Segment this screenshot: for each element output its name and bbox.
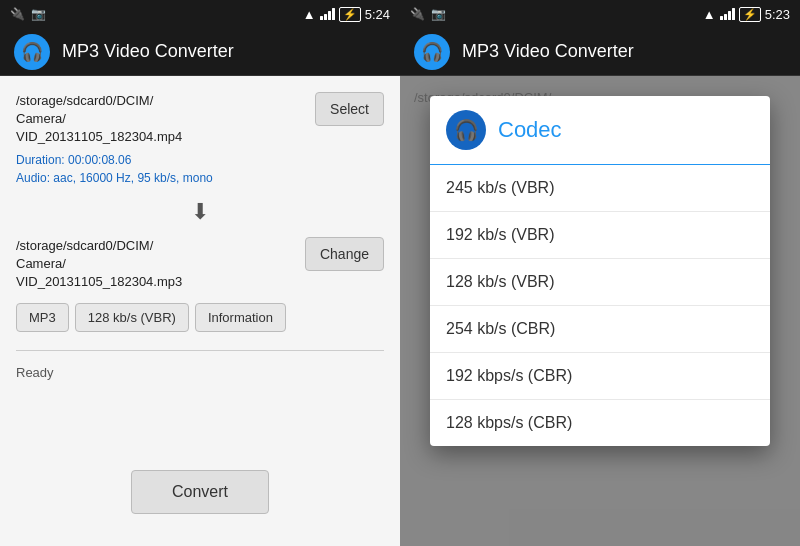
signal-icon bbox=[320, 8, 335, 20]
app-icon-r: 🎧 bbox=[414, 34, 450, 70]
wifi-icon: ▲ bbox=[303, 7, 316, 22]
time-display-r: 5:23 bbox=[765, 7, 790, 22]
list-item[interactable]: 192 kbps/s (CBR) bbox=[430, 353, 770, 400]
app-icon: 🎧 bbox=[14, 34, 50, 70]
app-toolbar-left: 🎧 MP3 Video Converter bbox=[0, 28, 400, 76]
dialog-icon: 🎧 bbox=[446, 110, 486, 150]
headphone-icon: 🎧 bbox=[21, 41, 43, 63]
info-button[interactable]: Information bbox=[195, 303, 286, 332]
arrow-row: ⬇ bbox=[16, 197, 384, 227]
app-title-right: MP3 Video Converter bbox=[462, 41, 634, 62]
list-item[interactable]: 254 kb/s (CBR) bbox=[430, 306, 770, 353]
codec-list: 245 kb/s (VBR) 192 kb/s (VBR) 128 kb/s (… bbox=[430, 165, 770, 446]
dialog-header: 🎧 Codec bbox=[430, 96, 770, 165]
output-file-path: /storage/sdcard0/DCIM/Camera/VID_2013110… bbox=[16, 237, 297, 292]
list-item[interactable]: 128 kb/s (VBR) bbox=[430, 259, 770, 306]
dialog-overlay: 🎧 Codec 245 kb/s (VBR) 192 kb/s (VBR) 12… bbox=[400, 76, 800, 546]
time-display: 5:24 bbox=[365, 7, 390, 22]
battery-icon: ⚡ bbox=[339, 7, 361, 22]
main-content-left: /storage/sdcard0/DCIM/Camera/VID_2013110… bbox=[0, 76, 400, 546]
status-right: ▲ ⚡ 5:24 bbox=[303, 7, 390, 22]
codec-dialog: 🎧 Codec 245 kb/s (VBR) 192 kb/s (VBR) 12… bbox=[430, 96, 770, 446]
left-phone: 🔌 📷 ▲ ⚡ 5:24 🎧 MP3 Video Converter /stor… bbox=[0, 0, 400, 546]
dialog-title: Codec bbox=[498, 117, 562, 143]
right-content: /storage/sdcard0/DCIM/ 🎧 Codec 245 kb/s … bbox=[400, 76, 800, 546]
usb-icon-r: 🔌 bbox=[410, 7, 425, 21]
select-button[interactable]: Select bbox=[315, 92, 384, 126]
convert-area: Convert bbox=[16, 470, 384, 530]
format-button[interactable]: MP3 bbox=[16, 303, 69, 332]
list-item[interactable]: 192 kb/s (VBR) bbox=[430, 212, 770, 259]
output-file-row: /storage/sdcard0/DCIM/Camera/VID_2013110… bbox=[16, 237, 384, 292]
file-duration: Duration: 00:00:08.06 Audio: aac, 16000 … bbox=[16, 151, 307, 187]
battery-icon-r: ⚡ bbox=[739, 7, 761, 22]
divider bbox=[16, 350, 384, 351]
convert-button[interactable]: Convert bbox=[131, 470, 269, 514]
camera-icon: 📷 bbox=[31, 7, 46, 21]
app-toolbar-right: 🎧 MP3 Video Converter bbox=[400, 28, 800, 76]
status-bar-right: 🔌 📷 ▲ ⚡ 5:23 bbox=[400, 0, 800, 28]
status-icons-right-left: 🔌 📷 bbox=[410, 7, 446, 21]
status-bar-left: 🔌 📷 ▲ ⚡ 5:24 bbox=[0, 0, 400, 28]
list-item[interactable]: 245 kb/s (VBR) bbox=[430, 165, 770, 212]
change-button[interactable]: Change bbox=[305, 237, 384, 271]
wifi-icon-r: ▲ bbox=[703, 7, 716, 22]
source-file-info: /storage/sdcard0/DCIM/Camera/VID_2013110… bbox=[16, 92, 307, 187]
source-file-path: /storage/sdcard0/DCIM/Camera/VID_2013110… bbox=[16, 92, 307, 147]
list-item[interactable]: 128 kbps/s (CBR) bbox=[430, 400, 770, 446]
codec-icon: 🎧 bbox=[454, 118, 479, 142]
usb-icon: 🔌 bbox=[10, 7, 25, 21]
action-buttons-row: MP3 128 kb/s (VBR) Information bbox=[16, 303, 384, 332]
quality-button[interactable]: 128 kb/s (VBR) bbox=[75, 303, 189, 332]
status-right-r: ▲ ⚡ 5:23 bbox=[703, 7, 790, 22]
arrow-down-icon: ⬇ bbox=[191, 199, 209, 225]
source-file-row: /storage/sdcard0/DCIM/Camera/VID_2013110… bbox=[16, 92, 384, 187]
camera-icon-r: 📷 bbox=[431, 7, 446, 21]
status-icons-left: 🔌 📷 bbox=[10, 7, 46, 21]
ready-label: Ready bbox=[16, 365, 384, 380]
signal-icon-r bbox=[720, 8, 735, 20]
headphone-icon-r: 🎧 bbox=[421, 41, 443, 63]
right-phone: 🔌 📷 ▲ ⚡ 5:23 🎧 MP3 Video Converter /stor… bbox=[400, 0, 800, 546]
app-title-left: MP3 Video Converter bbox=[62, 41, 234, 62]
